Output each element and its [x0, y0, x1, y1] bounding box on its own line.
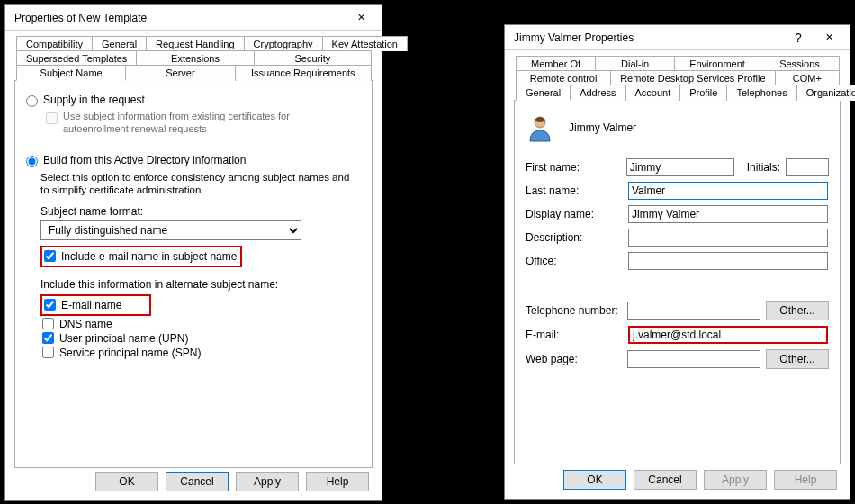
apply-button[interactable]: Apply	[236, 472, 299, 491]
tabs: Compatibility General Request Handling C…	[14, 36, 373, 81]
title: Jimmy Valmer Properties	[514, 32, 634, 44]
ok-button[interactable]: OK	[563, 470, 626, 490]
telephone-field[interactable]	[627, 302, 760, 320]
opt-build-from-ad[interactable]: Build from this Active Directory informa…	[26, 154, 361, 167]
telephone-label: Telephone number:	[526, 304, 627, 317]
web-label: Web page:	[526, 353, 627, 365]
user-avatar-icon	[526, 113, 554, 142]
tab-server[interactable]: Server	[125, 65, 235, 81]
opt-supply-in-request[interactable]: Supply in the request	[26, 94, 361, 107]
tabs: Member Of Dial-in Environment Sessions R…	[514, 56, 841, 101]
button-row: OK Cancel Apply Help	[5, 472, 382, 491]
highlight-include-email-sn: Include e-mail name in subject name	[40, 246, 242, 267]
use-existing-help: Use subject information from existing ce…	[63, 111, 351, 136]
tab-issuance-requirements[interactable]: Issuance Requirements	[235, 65, 372, 81]
initials-field[interactable]	[786, 158, 829, 176]
tab-telephones[interactable]: Telephones	[726, 85, 796, 101]
cancel-button[interactable]: Cancel	[634, 470, 697, 490]
office-label: Office:	[526, 255, 628, 267]
subject-name-format-label: Subject name format:	[40, 205, 361, 218]
email-label: E-mail:	[526, 328, 628, 341]
email-field[interactable]	[628, 326, 828, 344]
checkbox-alt-spn[interactable]	[42, 346, 54, 358]
chk-alt-email[interactable]: E-mail name	[44, 299, 122, 311]
tab-environment[interactable]: Environment	[674, 56, 760, 71]
tab-sessions[interactable]: Sessions	[760, 56, 840, 71]
tab-general[interactable]: General	[92, 36, 147, 51]
tab-rds-profile[interactable]: Remote Desktop Services Profile	[610, 70, 775, 86]
tab-dial-in[interactable]: Dial-in	[595, 56, 675, 71]
first-name-field[interactable]	[626, 158, 734, 176]
help-button[interactable]: Help	[306, 472, 369, 491]
description-label: Description:	[526, 231, 628, 244]
cancel-button[interactable]: Cancel	[166, 472, 229, 491]
checkbox-alt-upn[interactable]	[42, 332, 54, 344]
first-name-label: First name:	[526, 161, 626, 174]
checkbox-use-existing	[46, 112, 58, 124]
tab-cryptography[interactable]: Cryptography	[244, 36, 323, 51]
highlight-email-name: E-mail name	[40, 294, 151, 316]
web-page-field[interactable]	[627, 350, 760, 368]
close-icon[interactable]: ✕	[814, 28, 844, 48]
display-name-field[interactable]	[628, 205, 828, 223]
user-display-name-header: Jimmy Valmer	[569, 122, 636, 134]
chk-use-existing-cert-info: Use subject information from existing ce…	[46, 111, 361, 136]
radio-build-label: Build from this Active Directory informa…	[43, 154, 246, 166]
button-row: OK Cancel Apply Help	[505, 470, 850, 490]
tab-key-attestation[interactable]: Key Attestation	[322, 36, 408, 51]
checkbox-include-email-sn[interactable]	[44, 250, 56, 262]
tab-member-of[interactable]: Member Of	[516, 56, 596, 71]
user-properties-dialog: Jimmy Valmer Properties ? ✕ Member Of Di…	[504, 24, 850, 500]
tab-organization[interactable]: Organization	[796, 85, 855, 101]
tab-com-plus[interactable]: COM+	[775, 70, 840, 86]
template-properties-dialog: Properties of New Template ✕ Compatibili…	[4, 4, 382, 501]
close-icon[interactable]: ✕	[346, 8, 376, 28]
tabpage-general: Jimmy Valmer First name: Initials: Last …	[514, 101, 841, 464]
tab-request-handling[interactable]: Request Handling	[146, 36, 244, 51]
chk-include-email-sn[interactable]: Include e-mail name in subject name	[44, 250, 237, 263]
tab-general[interactable]: General	[516, 85, 571, 101]
subject-name-format-combo[interactable]: Fully distinguished name	[40, 220, 302, 240]
checkbox-alt-email[interactable]	[44, 299, 56, 310]
tab-security[interactable]: Security	[254, 50, 372, 66]
help-button[interactable]: Help	[774, 470, 837, 490]
tab-account[interactable]: Account	[626, 85, 681, 101]
radio-supply[interactable]	[26, 95, 38, 107]
help-icon[interactable]: ?	[783, 28, 814, 48]
last-name-field[interactable]	[628, 182, 828, 200]
tabpage-subject-name: Supply in the request Use subject inform…	[14, 81, 373, 468]
build-help-text: Select this option to enforce consistenc…	[40, 171, 356, 196]
title: Properties of New Template	[14, 12, 147, 24]
web-other-button[interactable]: Other...	[766, 349, 829, 369]
tab-superseded-templates[interactable]: Superseded Templates	[16, 50, 137, 66]
description-field[interactable]	[628, 229, 828, 247]
chk-alt-spn[interactable]: Service principal name (SPN)	[42, 346, 361, 359]
office-field[interactable]	[628, 252, 828, 270]
telephone-other-button[interactable]: Other...	[766, 301, 829, 320]
radio-supply-label: Supply in the request	[43, 94, 145, 106]
display-name-label: Display name:	[526, 208, 628, 220]
tab-extensions[interactable]: Extensions	[136, 50, 254, 66]
initials-label: Initials:	[747, 161, 780, 174]
titlebar: Properties of New Template ✕	[5, 5, 382, 31]
apply-button[interactable]: Apply	[704, 470, 767, 490]
ok-button[interactable]: OK	[95, 472, 158, 491]
tab-subject-name[interactable]: Subject Name	[16, 65, 126, 81]
chk-alt-dns[interactable]: DNS name	[42, 318, 361, 330]
tab-remote-control[interactable]: Remote control	[516, 70, 611, 86]
radio-build[interactable]	[26, 156, 38, 167]
last-name-label: Last name:	[526, 184, 628, 197]
checkbox-alt-dns[interactable]	[42, 318, 54, 329]
tab-address[interactable]: Address	[570, 85, 626, 101]
titlebar: Jimmy Valmer Properties ? ✕	[505, 25, 850, 50]
tab-profile[interactable]: Profile	[680, 85, 727, 101]
tab-compatibility[interactable]: Compatibility	[16, 36, 93, 51]
chk-alt-upn[interactable]: User principal name (UPN)	[42, 332, 361, 345]
alt-subject-name-label: Include this information in alternate su…	[40, 278, 361, 291]
